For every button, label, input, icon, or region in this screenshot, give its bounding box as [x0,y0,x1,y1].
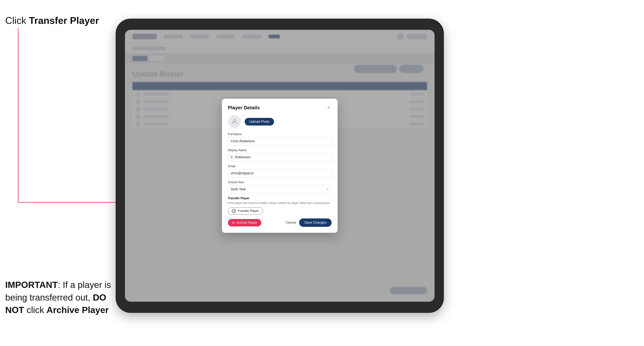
display-name-label: Display Name [228,149,332,152]
modal-header: Player Details × [228,105,332,111]
tablet-device: Update Roster [116,19,444,313]
archive-label: Archive Player [46,305,109,315]
click-label: click [24,305,46,315]
transfer-icon: ↺ [232,209,236,213]
display-name-input[interactable] [228,153,332,161]
instruction-top: Click Transfer Player [5,15,99,26]
modal-overlay: Player Details × Upload Photo Full N [125,30,434,302]
email-group: Email [228,165,332,177]
important-label: IMPORTANT [5,280,58,290]
full-name-label: Full Name [228,133,332,136]
modal-close-button[interactable]: × [326,105,332,111]
transfer-section-title: Transfer Player [228,197,332,200]
cancel-button[interactable]: Cancel [286,221,296,225]
email-input[interactable] [228,169,332,177]
avatar-row: Upload Photo [228,115,332,128]
school-year-label: School Year [228,181,332,184]
archive-player-button[interactable]: 🗁 Archive Player [228,219,261,226]
transfer-section: Transfer Player If this player has moved… [228,197,332,215]
archive-player-label: Archive Player [237,221,257,225]
school-year-select[interactable]: First Year Second Year Third Year Fourth… [228,185,332,193]
full-name-input[interactable] [228,137,332,145]
archive-icon: 🗁 [232,221,235,225]
save-changes-button[interactable]: Save Changes [299,218,332,227]
school-year-group: School Year First Year Second Year Third… [228,181,332,193]
transfer-section-desc: If this player has moved to another scho… [228,201,332,205]
transfer-player-button[interactable]: ↺ Transfer Player [228,207,263,215]
avatar-circle [228,115,241,128]
instruction-bottom: IMPORTANT: If a player is being transfer… [5,279,114,316]
transfer-player-label: Transfer Player [238,209,259,213]
display-name-group: Display Name [228,149,332,161]
modal-title: Player Details [228,105,260,111]
modal-footer: 🗁 Archive Player Cancel Save Changes [228,218,332,227]
full-name-group: Full Name [228,133,332,145]
email-label: Email [228,165,332,168]
instruction-prefix: Click [5,15,29,26]
upload-photo-button[interactable]: Upload Photo [245,118,274,126]
instruction-bold: Transfer Player [29,15,99,26]
player-details-modal: Player Details × Upload Photo Full N [222,99,338,233]
arrow-vertical-line [18,27,18,203]
svg-point-0 [233,119,236,122]
tablet-screen: Update Roster [125,30,434,302]
